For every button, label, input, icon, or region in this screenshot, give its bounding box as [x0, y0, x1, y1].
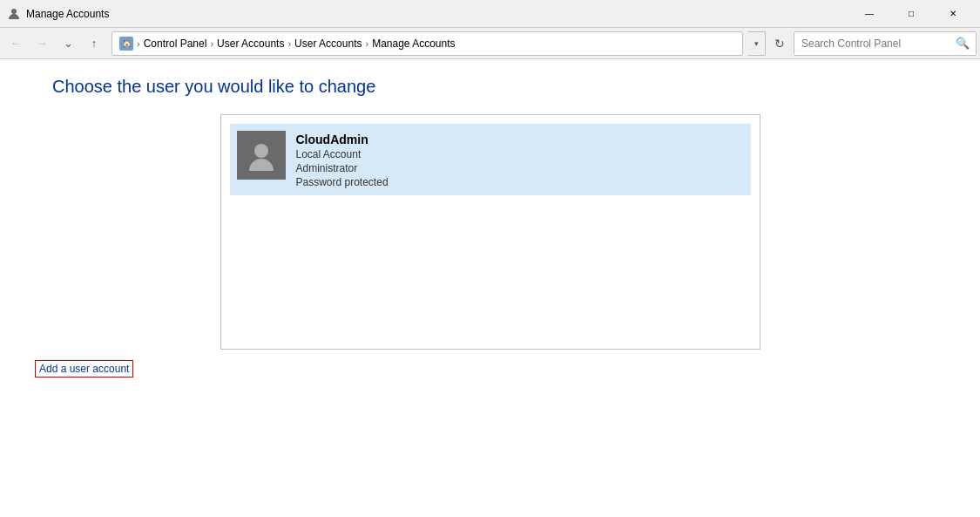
- window-title: Manage Accounts: [26, 8, 109, 20]
- accounts-container: CloudAdmin Local Account Administrator P…: [220, 114, 760, 350]
- close-button[interactable]: ✕: [933, 0, 973, 28]
- window-controls: — □ ✕: [849, 0, 973, 28]
- account-name: CloudAdmin: [296, 133, 389, 146]
- back-button[interactable]: ←: [3, 31, 28, 56]
- maximize-button[interactable]: □: [891, 0, 931, 28]
- avatar: [237, 131, 286, 180]
- down-button[interactable]: ⌄: [56, 31, 80, 56]
- breadcrumb-control-panel[interactable]: Control Panel: [144, 37, 207, 50]
- page-title: Choose the user you would like to change: [52, 77, 375, 97]
- add-user-button[interactable]: Add a user account: [35, 360, 133, 378]
- account-info: CloudAdmin Local Account Administrator P…: [296, 131, 389, 188]
- svg-point-1: [254, 144, 268, 158]
- svg-point-0: [11, 9, 17, 14]
- search-box: 🔍: [794, 31, 977, 56]
- search-input[interactable]: [801, 37, 953, 50]
- forward-button[interactable]: →: [30, 31, 54, 56]
- account-item-cloudadmin[interactable]: CloudAdmin Local Account Administrator P…: [230, 124, 751, 195]
- add-user-link-container: Add a user account: [35, 360, 133, 378]
- app-icon: [7, 7, 21, 21]
- main-content: Choose the user you would like to change…: [0, 59, 980, 517]
- search-icon-button[interactable]: 🔍: [953, 34, 972, 53]
- account-role: Administrator: [296, 162, 389, 174]
- minimize-button[interactable]: —: [849, 0, 889, 28]
- up-button[interactable]: ↑: [82, 31, 106, 56]
- breadcrumb-home-icon: 🏠: [119, 37, 133, 51]
- title-bar: Manage Accounts — □ ✕: [0, 0, 980, 28]
- breadcrumb-dropdown-button[interactable]: ▾: [748, 31, 766, 56]
- refresh-button[interactable]: ↻: [767, 31, 792, 56]
- account-type: Local Account: [296, 148, 389, 160]
- breadcrumb-bar: 🏠 › Control Panel › User Accounts › User…: [112, 31, 743, 56]
- breadcrumb-user-accounts-1[interactable]: User Accounts: [217, 37, 284, 50]
- breadcrumb-user-accounts-2[interactable]: User Accounts: [294, 37, 362, 50]
- breadcrumb-manage-accounts: Manage Accounts: [372, 37, 455, 50]
- account-password-status: Password protected: [296, 176, 389, 188]
- navigation-bar: ← → ⌄ ↑ 🏠 › Control Panel › User Account…: [0, 28, 980, 59]
